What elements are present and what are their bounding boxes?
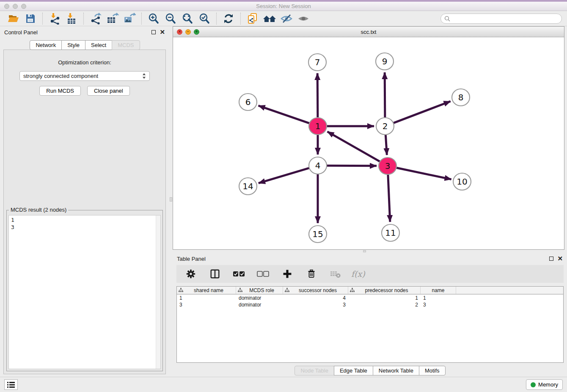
memory-button[interactable]: Memory — [526, 379, 563, 390]
cell-mcds-role[interactable]: dominator — [236, 295, 283, 301]
table-panel-header: Table Panel ✕ — [173, 253, 567, 265]
criterion-dropdown[interactable]: strongly connected component — [19, 71, 150, 81]
tab-node-table[interactable]: Node Table — [295, 366, 334, 375]
search-field[interactable] — [440, 14, 562, 24]
export-image-icon — [123, 13, 136, 25]
cell-successor-nodes[interactable]: 4 — [283, 295, 348, 301]
graph-edge-4-14[interactable] — [259, 168, 309, 183]
split-columns-icon — [209, 268, 220, 279]
cell-shared-name[interactable]: 1 — [177, 295, 236, 301]
mcds-result-group: MCDS result (2 nodes) 1 3 — [6, 210, 163, 371]
graph-edge-4-3[interactable] — [327, 166, 377, 166]
table-row[interactable]: 3 dominator 3 2 3 — [177, 301, 563, 308]
table-settings-button[interactable] — [184, 268, 198, 280]
table-row[interactable]: 1 dominator 4 1 1 — [177, 295, 563, 301]
toolbar-separator — [141, 13, 142, 25]
cell-predecessor-nodes[interactable]: 2 — [348, 302, 421, 308]
result-scrollbar[interactable] — [156, 215, 160, 369]
refresh-button[interactable] — [221, 12, 236, 25]
graph-edge-2-8[interactable] — [394, 101, 451, 123]
export-table-button[interactable] — [105, 12, 120, 25]
task-history-button[interactable] — [4, 379, 18, 390]
graph-edge-2-9[interactable] — [385, 72, 385, 117]
import-network-button[interactable] — [47, 12, 62, 25]
table-tabs: Node Table Edge Table Network Table Moti… — [173, 366, 567, 375]
close-table-panel-icon[interactable]: ✕ — [557, 257, 563, 261]
table-panel: Table Panel ✕ — [173, 253, 567, 377]
tab-mcds[interactable]: MCDS — [112, 40, 140, 50]
close-panel-button[interactable]: Close panel — [87, 86, 130, 96]
first-neighbors-button[interactable] — [262, 12, 277, 25]
app-titlebar: Session: New Session — [0, 0, 567, 11]
cell-predecessor-nodes[interactable]: 1 — [348, 295, 421, 301]
cell-name[interactable]: 3 — [421, 302, 456, 308]
toolbar-separator — [216, 13, 217, 25]
hierarchy-icon — [238, 288, 242, 293]
network-canvas[interactable]: 1234678910111415 — [173, 37, 564, 249]
hierarchy-icon — [285, 288, 289, 293]
export-network-button[interactable] — [88, 12, 103, 25]
horizontal-split-handle[interactable] — [363, 250, 366, 252]
node-table[interactable]: shared name MCDS role successor nodes pr… — [176, 286, 564, 363]
tab-network[interactable]: Network — [30, 40, 62, 50]
main-toolbar — [0, 11, 567, 26]
zoom-selected-button[interactable] — [197, 12, 212, 25]
graph-edge-3-10[interactable] — [396, 168, 451, 179]
unchecked-boxes-icon — [257, 270, 270, 278]
graph-edge-3-1[interactable] — [328, 132, 380, 162]
toolbar-separator — [83, 13, 84, 25]
tab-edge-table[interactable]: Edge Table — [334, 366, 373, 375]
cell-successor-nodes[interactable]: 3 — [283, 302, 348, 308]
clone-network-button[interactable] — [245, 12, 260, 25]
float-table-panel-icon[interactable] — [549, 257, 553, 261]
cell-mcds-role[interactable]: dominator — [236, 302, 283, 308]
cell-shared-name[interactable]: 3 — [177, 302, 236, 308]
tab-style[interactable]: Style — [61, 40, 85, 50]
column-header-name[interactable]: name — [421, 287, 456, 294]
network-window-titlebar[interactable]: × − + scc.txt — [173, 27, 564, 37]
mcds-panel: Optimization criterion: strongly connect… — [3, 50, 166, 374]
column-header-predecessor-nodes[interactable]: predecessor nodes — [348, 287, 421, 294]
tab-network-table[interactable]: Network Table — [373, 366, 419, 375]
hierarchy-icon — [350, 288, 355, 293]
open-session-button[interactable] — [6, 12, 21, 25]
float-panel-icon[interactable] — [151, 30, 156, 34]
network-view-window: × − + scc.txt 1234678910111415 — [173, 26, 564, 250]
deselect-all-columns-button[interactable] — [256, 268, 270, 280]
column-header-mcds-role[interactable]: MCDS role — [236, 287, 283, 294]
zoom-out-button[interactable] — [163, 12, 178, 25]
mcds-result-text[interactable]: 1 3 — [8, 215, 161, 369]
graph-edge-1-6[interactable] — [259, 105, 310, 123]
graph-node-label-2: 2 — [383, 121, 388, 131]
cell-name[interactable]: 1 — [421, 295, 456, 301]
select-all-columns-button[interactable] — [232, 268, 246, 280]
delete-column-button[interactable] — [304, 268, 319, 280]
graph-node-label-8: 8 — [458, 92, 464, 102]
save-session-button[interactable] — [23, 12, 38, 25]
add-column-button[interactable] — [280, 268, 295, 280]
graph-edge-3-11[interactable] — [388, 175, 390, 222]
vertical-split-handle[interactable] — [170, 197, 172, 202]
graph-node-label-15: 15 — [312, 229, 323, 239]
import-table-button[interactable] — [64, 12, 79, 25]
hide-selected-button[interactable] — [279, 12, 294, 25]
graph-edge-1-7[interactable] — [317, 73, 318, 117]
tab-select[interactable]: Select — [85, 40, 112, 50]
show-all-button[interactable] — [296, 12, 311, 25]
run-mcds-button[interactable]: Run MCDS — [39, 86, 81, 96]
zoom-in-button[interactable] — [146, 12, 161, 25]
close-panel-icon[interactable]: ✕ — [160, 30, 165, 34]
column-header-successor-nodes[interactable]: successor nodes — [283, 287, 348, 294]
search-input[interactable] — [453, 15, 558, 22]
graph-node-label-4: 4 — [315, 160, 321, 171]
app-title: Session: New Session — [0, 3, 567, 9]
export-network-icon — [90, 13, 102, 25]
zoom-fit-button[interactable] — [180, 12, 195, 25]
control-panel: Control Panel ✕ Network Style Select MCD… — [0, 26, 169, 377]
delete-table-button-disabled — [328, 268, 343, 280]
graph-edge-2-3[interactable] — [385, 135, 387, 155]
tab-motifs[interactable]: Motifs — [419, 366, 446, 375]
column-header-shared-name[interactable]: shared name — [177, 287, 236, 294]
export-image-button[interactable] — [122, 12, 137, 25]
column-layout-button[interactable] — [208, 268, 222, 280]
